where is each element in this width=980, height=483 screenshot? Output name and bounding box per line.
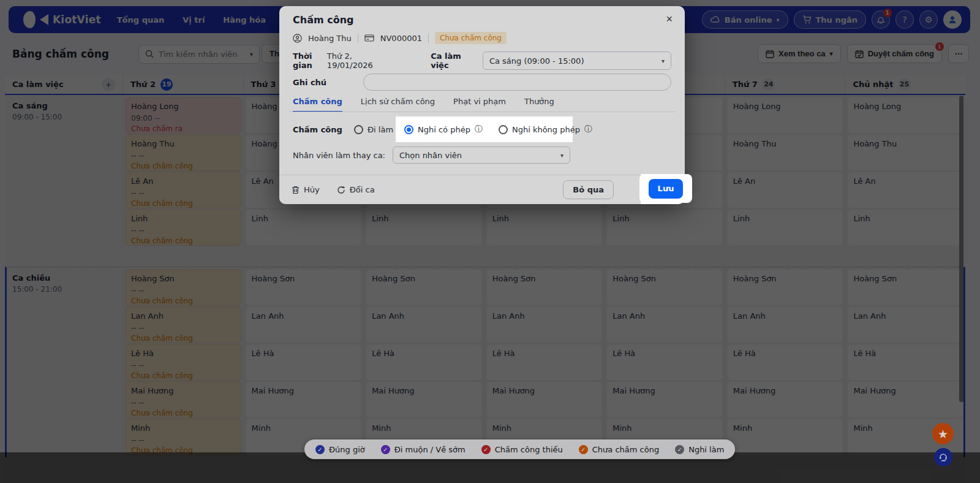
legend-item: ✓Chưa chấm công [579, 445, 659, 454]
time-shift-row: Thời gian Thứ 2, 19/01/2026 Ca làm việc … [293, 51, 671, 70]
radio-work-option[interactable]: Đi làm [354, 116, 393, 142]
support-fab[interactable] [934, 448, 952, 466]
delete-shift-button[interactable]: Hủy [292, 185, 320, 194]
swap-shift-button[interactable]: Đổi ca [337, 185, 375, 194]
status-badge: Chưa chấm công [435, 32, 507, 44]
save-spotlight: Lưu [639, 174, 692, 203]
rating-fab[interactable]: ★ [932, 423, 954, 444]
check-circle-icon: ✓ [315, 445, 325, 454]
employee-code: NV000001 [380, 34, 422, 43]
replacement-row: Nhân viên làm thay ca: Chọn nhân viên ▾ [293, 146, 671, 164]
attendance-row-label: Chấm công [293, 116, 342, 142]
modal-footer: Hủy Đổi ca Bỏ qua [279, 175, 685, 204]
skip-button[interactable]: Bỏ qua [563, 180, 614, 199]
info-icon[interactable]: ⓘ [475, 124, 483, 135]
note-label: Ghi chú [293, 78, 326, 87]
info-icon[interactable]: ⓘ [584, 124, 592, 135]
replacement-label: Nhân viên làm thay ca: [293, 151, 385, 160]
radio-spotlight: Nghỉ có phép ⓘ Nghỉ không phép ⓘ [396, 117, 573, 142]
check-circle-icon: ✓ [579, 445, 588, 454]
radio-unchecked-icon [499, 125, 508, 134]
save-button[interactable]: Lưu [649, 179, 684, 199]
note-row: Ghi chú [293, 74, 671, 91]
divider [358, 34, 358, 43]
employee-name: Hoàng Thu [308, 34, 352, 43]
person-circle-icon [293, 34, 302, 43]
tab-chấm-công[interactable]: Chấm công [293, 97, 342, 112]
status-legend: ✓Đúng giờ✓Đi muộn / Về sớm✓Chấm công thi… [304, 439, 735, 459]
radio-work-label: Đi làm [368, 125, 393, 134]
check-circle-icon: ✓ [481, 445, 491, 454]
legend-item: ✓Chấm công thiếu [481, 445, 563, 454]
id-card-icon [364, 34, 374, 42]
delete-shift-label: Hủy [304, 185, 320, 194]
legend-item: ✓Nghỉ làm [675, 445, 724, 454]
time-value: Thứ 2, 19/01/2026 [327, 51, 393, 70]
legend-label: Đi muộn / Về sớm [394, 445, 466, 454]
legend-label: Đúng giờ [329, 445, 365, 454]
tabs-divider [289, 112, 675, 112]
check-circle-icon: ✓ [381, 445, 390, 454]
swap-shift-label: Đổi ca [350, 185, 375, 194]
tab-lịch-sử-chấm-công[interactable]: Lịch sử chấm công [361, 97, 435, 112]
note-input[interactable] [363, 74, 671, 91]
shift-select[interactable]: Ca sáng (09:00 - 15:00) ▾ [483, 51, 671, 70]
legend-item: ✓Đi muộn / Về sớm [381, 445, 466, 454]
tab-phạt-vi-phạm[interactable]: Phạt vi phạm [453, 97, 506, 112]
radio-checked-icon [404, 125, 413, 134]
radio-leave-approved-option[interactable]: Nghỉ có phép ⓘ [404, 124, 483, 135]
divider [428, 34, 429, 43]
employee-meta: Hoàng Thu NV000001 Chưa chấm công [293, 32, 507, 44]
replacement-select[interactable]: Chọn nhân viên ▾ [393, 146, 570, 164]
time-label: Thời gian [293, 51, 325, 70]
radio-leave-unapproved-option[interactable]: Nghỉ không phép ⓘ [499, 124, 592, 135]
legend-label: Chấm công thiếu [495, 445, 563, 454]
headset-icon [938, 452, 948, 462]
legend-item: ✓Đúng giờ [315, 445, 365, 454]
modal-title: Chấm công [293, 14, 354, 26]
legend-label: Nghỉ làm [688, 445, 724, 454]
radio-leave-unapproved-label: Nghỉ không phép [512, 125, 580, 134]
chevron-down-icon: ▾ [560, 152, 564, 159]
tab-thưởng[interactable]: Thưởng [524, 97, 554, 112]
check-circle-icon: ✓ [675, 445, 684, 454]
radio-leave-approved-label: Nghỉ có phép [418, 125, 470, 134]
star-icon: ★ [938, 427, 948, 441]
swap-icon [337, 186, 345, 194]
modal-tabs: Chấm côngLịch sử chấm côngPhạt vi phạmTh… [293, 97, 554, 112]
radio-unchecked-icon [354, 125, 363, 134]
replacement-select-value: Chọn nhân viên [399, 151, 462, 160]
close-icon[interactable]: × [666, 13, 673, 25]
chevron-down-icon: ▾ [662, 58, 665, 64]
trash-icon [292, 186, 300, 194]
shift-label: Ca làm việc [431, 51, 477, 70]
attendance-modal: Chấm công × Hoàng Thu NV000001 Chưa chấm… [279, 6, 685, 204]
legend-label: Chưa chấm công [592, 445, 659, 454]
shift-select-value: Ca sáng (09:00 - 15:00) [489, 56, 584, 66]
